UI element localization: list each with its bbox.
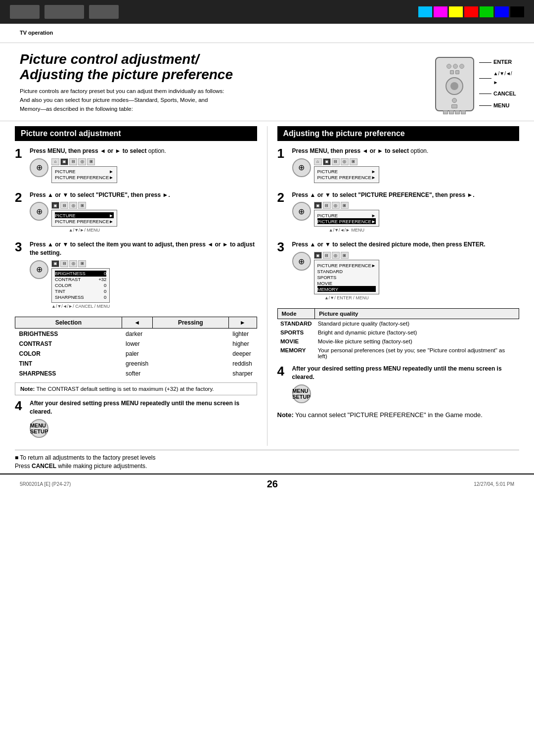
tint-spacer: [152, 359, 228, 369]
table-row: MOVIE Movie-like picture setting (factor…: [277, 337, 519, 346]
tint-left: greenish: [122, 359, 152, 369]
brightness-right: lighter: [228, 328, 257, 339]
r-tab-home: ⌂: [314, 158, 322, 165]
top-bar-block-3: [89, 5, 119, 19]
color-bar-black: [510, 6, 524, 17]
step-2-content: Press ▲ or ▼ to select "PICTURE", then p…: [30, 191, 257, 233]
color-right: deeper: [228, 349, 257, 359]
remote-num-btn: [461, 110, 466, 114]
left-section-header: Picture control adjustment: [15, 126, 257, 141]
right-step-3-text: Press ▲ or ▼ to select the desired pictu…: [292, 240, 520, 249]
step-1-content: Press MENU, then press ◄ or ► to select …: [30, 147, 257, 183]
table-row: TINT greenish reddish: [15, 359, 257, 369]
r-tab-settings: ⊟: [332, 158, 340, 165]
right-step-3-screen: ▣ ⊟ ◎ ⊞ PICTURE PREFERENCE► STANDARD SPO…: [314, 252, 380, 300]
right-screen-icons-3: ▣ ⊟ ◎ ⊞: [314, 252, 380, 259]
left-column: Picture control adjustment 1 Press MENU,…: [15, 126, 267, 446]
tab-info-2: ◎: [69, 202, 77, 209]
step-2-screen: ▣ ⊟ ◎ ⊞ PICTURE► PICTURE PREFERENCE►: [51, 202, 117, 233]
step-1-screen: ⌂ ▣ ⊟ ◎ ⊞ PICTURE► PICTURE PREFERENCE►: [51, 158, 117, 183]
r-memory: MEMORY: [317, 286, 376, 292]
menu-item-picture: PICTURE►: [55, 169, 114, 175]
contrast-row: CONTRAST+32: [55, 277, 106, 283]
left-step-4: 4 After your desired setting press MENU …: [15, 399, 257, 438]
step-number-3: 3: [15, 240, 26, 253]
right-step-3: 3 Press ▲ or ▼ to select the desired pic…: [277, 240, 520, 300]
return-header: ■ To return all adjustments to the facto…: [15, 454, 519, 461]
right-step-2: 2 Press ▲ or ▼ to select "PICTURE PREFER…: [277, 191, 520, 233]
r-tab-settings-3: ⊟: [323, 252, 331, 259]
table-row: STANDARD Standard picture quality (facto…: [277, 319, 519, 329]
top-bar-block-1: [10, 5, 40, 19]
sharpness-label: SHARPNESS: [15, 369, 122, 378]
tab-extra-3: ⊞: [78, 260, 86, 267]
r-menu-picture-pref-sel: PICTURE PREFERENCE►: [317, 218, 376, 224]
r-tab-extra: ⊞: [350, 158, 357, 165]
note-label: Note:: [20, 386, 35, 392]
right-step-4-diagram: MENUSETUP: [292, 384, 520, 403]
right-screen-mock-3: PICTURE PREFERENCE► STANDARD SPORTS MOVI…: [314, 260, 380, 294]
r-tab-extra-2: ⊞: [341, 202, 349, 209]
table-row: SPORTS Bright and dynamic picture (facto…: [277, 328, 519, 337]
step-3-diagram: ⊕ ▣ ⊟ ◎ ⊞ BRIGHTNESS0: [30, 260, 257, 309]
left-step-1: 1 Press MENU, then press ◄ or ► to selec…: [15, 147, 257, 183]
right-note-label: Note:: [277, 411, 294, 419]
arrows-label: ▲/▼/◄/►: [493, 69, 517, 87]
screen-mock-1: PICTURE► PICTURE PREFERENCE►: [51, 166, 117, 183]
sports-mode: SPORTS: [277, 328, 315, 337]
sports-desc: Bright and dynamic picture (factory-set): [315, 328, 519, 337]
menu-label: MENU: [493, 101, 509, 111]
mode-table: Mode Picture quality STANDARD Standard p…: [277, 308, 520, 361]
r-tab-picture-3: ▣: [314, 252, 322, 259]
top-bar: [0, 0, 534, 24]
step-3-nav-label: ▲/▼/◄/►/ CANCEL / MENU: [51, 304, 110, 309]
page-number: 26: [267, 478, 278, 490]
tint-row: TINT0: [55, 288, 106, 294]
col-left-arrow: ◄: [122, 317, 152, 328]
joystick-icon-2: ⊕: [30, 202, 48, 221]
tab-extra-2: ⊞: [78, 202, 86, 209]
color-left: paler: [122, 349, 152, 359]
right-step-number-1: 1: [277, 147, 288, 160]
title-section: Picture control adjustment/ Adjusting th…: [0, 43, 534, 121]
color-bar-green: [480, 6, 493, 17]
step-1-text: Press MENU, then press ◄ or ► to select …: [30, 147, 257, 155]
right-menu-setup-icon: MENUSETUP: [292, 384, 311, 403]
tint-label: TINT: [15, 359, 122, 369]
right-step-3-diagram: ⊕ ▣ ⊟ ◎ ⊞ PICTURE PREFERENCE► STAN: [292, 252, 520, 300]
r-tab-extra-3: ⊞: [341, 252, 349, 259]
right-step-1-text: Press MENU, then press ◄ or ► to select …: [292, 147, 520, 155]
right-step-number-2: 2: [277, 191, 288, 204]
color-spacer: [152, 349, 228, 359]
color-bar-yellow: [449, 6, 463, 17]
r-sports: SPORTS: [317, 274, 376, 280]
joystick-icon-1: ⊕: [30, 158, 48, 177]
step-2-diagram: ⊕ ▣ ⊟ ◎ ⊞ PICTURE►: [30, 202, 257, 233]
cancel-label: CANCEL: [493, 89, 516, 99]
right-step-1-screen: ⌂ ▣ ⊟ ◎ ⊞ PICTURE► PICTURE PREFERENCE►: [314, 158, 380, 183]
right-step-3-nav-label: ▲/▼/ ENTER / MENU: [314, 295, 380, 300]
tab-settings-2: ⊟: [60, 202, 68, 209]
remote-btn: [453, 64, 458, 69]
col-right-arrow: ►: [228, 317, 257, 328]
color-row: COLOR0: [55, 283, 106, 288]
page-footer: 5R00201A [E] (P24-27) 26 12/27/04, 5:01 …: [0, 473, 534, 494]
step-4-text: After your desired setting press MENU re…: [30, 399, 257, 416]
table-row: CONTRAST lower higher: [15, 339, 257, 349]
step-4-content: After your desired setting press MENU re…: [30, 399, 257, 438]
remote-menu-btn: [451, 104, 457, 108]
table-row: SHARPNESS softer sharper: [15, 369, 257, 378]
color-bar-magenta: [434, 6, 447, 17]
movie-mode: MOVIE: [277, 337, 315, 346]
color-label: COLOR: [15, 349, 122, 359]
bottom-section: ■ To return all adjustments to the facto…: [0, 446, 534, 470]
menu-item-picture-pref-2: PICTURE PREFERENCE►: [55, 218, 114, 224]
quality-col-header: Picture quality: [315, 309, 519, 319]
header-area: TV operation: [0, 24, 534, 43]
remote-btn: [459, 64, 464, 69]
right-step-1-diagram: ⊕ ⌂ ▣ ⊟ ◎ ⊞ PICTURE►: [292, 158, 520, 183]
col-selection: Selection: [15, 317, 122, 328]
memory-mode: MEMORY: [277, 346, 315, 361]
remote-diagram: ENTER ▲/▼/◄/► CANCEL MENU: [425, 57, 514, 111]
remote-control-image: [435, 57, 474, 111]
